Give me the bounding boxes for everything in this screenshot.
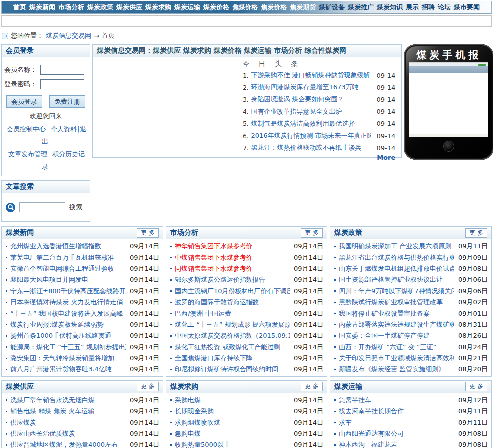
item-link[interactable]: 山东关于燃煤发电机组超低排放电价试点有... — [339, 264, 454, 273]
headline-link[interactable]: 2016年煤炭行情预测 市场未来一年真正陷... — [251, 131, 371, 140]
item-link[interactable]: “十三五” 我国核电建设将进入发展高峰 — [10, 309, 126, 318]
more-button[interactable]: 更 多 — [465, 382, 487, 391]
item-link[interactable]: 扬州首条1000千伏特高压线路贯通 — [10, 331, 126, 340]
headlines-more-link[interactable]: More — [377, 154, 395, 161]
nav-link[interactable]: 煤炭供应 — [116, 3, 142, 12]
item-link[interactable]: 山西：开办煤矿 “六证” 变 “三证” — [339, 343, 454, 352]
password-field[interactable] — [40, 79, 84, 89]
item-link[interactable]: 急购电煤 — [175, 429, 290, 438]
headline-link[interactable]: 国有企业改革指导意见全文出炉 — [251, 107, 371, 116]
search-button[interactable]: 搜索 — [69, 203, 82, 212]
list-item: 国土资源部严格管控矿业权协议出让 09月06日 — [333, 274, 488, 285]
item-link[interactable]: 煤炭行业周报:煤炭板块延续弱势 — [10, 320, 126, 329]
nav-link[interactable]: 焦炭期货 — [290, 3, 316, 12]
item-link[interactable]: 莱芜电厂第二台百万千瓦机组获核准 — [10, 253, 126, 262]
nav-link[interactable]: 招聘 — [422, 3, 435, 12]
list-item: 采购电煤 09月14日 — [169, 395, 323, 406]
item-link[interactable]: 洗煤厂常年销售水洗无烟白煤 — [10, 396, 126, 405]
item-link[interactable]: 黑黔陕试行煤炭矿业权审批管理改革 — [339, 298, 454, 307]
login-button[interactable]: 会员登录 — [6, 95, 42, 108]
item-link[interactable]: 求购烟煤喷吹煤 — [175, 418, 290, 427]
item-link[interactable]: 巴西/澳洲-中国运费 — [175, 309, 290, 318]
item-link[interactable]: 中煤销售集团下水煤参考价 — [175, 253, 290, 262]
nav-link[interactable]: 煤矿设备 — [319, 3, 345, 12]
nav-link[interactable]: 市场分析 — [58, 3, 84, 12]
item-link[interactable]: 前八月广州港累计货物吞吐3.4亿吨 — [10, 365, 126, 374]
item-link[interactable]: 找去河南半挂长期合作 — [339, 407, 454, 416]
item-link[interactable]: 国安委：全国一半煤矿停产停建 — [339, 331, 454, 340]
member-center-link[interactable]: 会员控制中心 — [7, 125, 46, 133]
headline-link[interactable]: 环渤海四港煤炭库存量增至1673万吨 — [251, 83, 371, 92]
breadcrumb-site-link[interactable]: 煤炭信息交易网 — [46, 31, 91, 40]
nav-link[interactable]: 焦炭价格 — [261, 3, 287, 12]
item-date: 09月14日 — [130, 309, 159, 318]
headline-link[interactable]: 身陷困境漩涡 煤企要如何突围？ — [251, 95, 371, 104]
item-link[interactable]: 采购电煤 — [175, 396, 290, 405]
item-link[interactable]: 印尼拟修订煤矿特许权合同续约时间 — [175, 365, 290, 374]
item-link[interactable]: 急需半挂车 — [339, 396, 454, 405]
item-link[interactable]: 同煤销售集团下水煤参考价 — [175, 264, 290, 273]
more-button[interactable]: 更 多 — [301, 228, 323, 238]
more-button[interactable]: 更 多 — [137, 228, 159, 238]
item-link[interactable]: 四川：年产9万吨以下煤矿7种情况须关闭 — [339, 287, 454, 296]
item-link[interactable]: 国土资源部严格管控矿业权协议出让 — [339, 275, 454, 284]
item-link[interactable]: 全国焦煤港口库存持续下降 — [175, 354, 290, 363]
item-link[interactable]: 鄂尔多斯煤炭公路运价指数报告 — [175, 275, 290, 284]
item-link[interactable]: 新疆发布《煤炭经营 监管实施细则》 — [339, 365, 454, 374]
item-link[interactable]: 我国明确煤炭深加工 产业发展六项原则 — [339, 242, 454, 251]
item-link[interactable]: 襄阳最大风电项目并网发电 — [10, 275, 126, 284]
item-link[interactable]: 供应山西长治优质煤炭 — [10, 429, 126, 438]
article-manage-link[interactable]: 文章发布管理 — [8, 150, 47, 158]
list-item: 煤化工 “十三五” 规划成形 提六项发展原则 09月14日 — [169, 319, 323, 330]
item-link[interactable]: 供应晋城地区煤泥，发热量4000左右 — [10, 440, 126, 448]
item-link[interactable]: 中国太原煤炭交易价格指数（2015.09.14） — [175, 331, 290, 340]
nav-link[interactable]: 首页 — [13, 3, 26, 12]
item-link[interactable]: 我国将停止矿业权设置审批备案 — [339, 309, 454, 318]
item-link[interactable]: 销售电煤 精煤 焦炭 火车运输 — [10, 407, 126, 416]
item-link[interactable]: 兖州煤业入选香港恒生增幅指数 — [10, 242, 126, 251]
item-link[interactable]: 山西阳光通达有限公司 — [339, 429, 454, 438]
nav-link[interactable]: 焦煤价格 — [232, 3, 258, 12]
nav-link[interactable]: 论坛 — [438, 3, 451, 12]
nav-link[interactable]: 煤炭运输 — [174, 3, 200, 12]
headlines-title: 今 日 头 条 — [243, 60, 395, 69]
headline-link[interactable]: 黑龙江：煤热价格联动或不再纸上谈兵 — [251, 143, 371, 152]
item-link[interactable]: 内蒙古部署落实违法违规建设生产煤矿联合... — [339, 320, 454, 329]
nav-link[interactable]: 煤炭求购 — [145, 3, 171, 12]
headline-link[interactable]: 煤制气是煤炭清洁高效利用最优选择 — [251, 119, 371, 128]
nav-link[interactable]: 煤炭知识 — [377, 3, 403, 12]
username-field[interactable] — [40, 65, 84, 75]
nav-link[interactable]: 煤炭价格 — [203, 3, 229, 12]
item-link[interactable]: 安徽首个智能电网综合工程通过验收 — [10, 264, 126, 273]
item-link[interactable]: 煤化工 “十三五” 规划成形 提六项发展原则 — [175, 320, 290, 329]
nav-link[interactable]: 展示 — [406, 3, 419, 12]
nav-link[interactable]: 煤市要闻 — [454, 3, 480, 12]
nav-link[interactable]: 煤炭政策 — [87, 3, 113, 12]
item-link[interactable]: 日本将谨慎对待煤炭 火力发电行情走俏 — [10, 298, 126, 307]
profile-link[interactable]: 个人资料 — [51, 125, 77, 133]
item-link[interactable]: 神华销售集团下水煤参考价 — [175, 242, 290, 251]
item-link[interactable]: 神木西沟—福建龙岩 — [339, 440, 454, 448]
item-link[interactable]: 煤化工狂热投资 或致煤化工产能过剩 — [175, 343, 290, 352]
more-button[interactable]: 更 多 — [137, 382, 159, 391]
item-link[interactable]: 国内主流钢厂10月份板材出厂价有下调压力 — [175, 287, 290, 296]
item-link[interactable]: 波罗的海国际干散货海运指数 — [175, 298, 290, 307]
item-link[interactable]: 黑龙江省出台煤炭价格与供热价格实行联动... — [339, 253, 454, 262]
more-button[interactable]: 更 多 — [465, 228, 487, 238]
item-link[interactable]: 求车 — [339, 418, 454, 427]
more-button[interactable]: 更 多 — [301, 382, 323, 391]
points-history-link[interactable]: 积分历史记录 — [42, 150, 85, 170]
item-link[interactable]: 供应煤炭 — [10, 418, 126, 427]
item-link[interactable]: 能源局：煤化工 “十三五” 规划初步提出五... — [10, 343, 126, 352]
item-link[interactable]: 潞安集团：天气转冷煤炭销量将增加 — [10, 354, 126, 363]
register-button[interactable]: 免费注册 — [49, 95, 85, 108]
section-coal-news: 煤炭新闻 更 多 兖州煤业入选香港恒生增幅指数 09月14日 莱芜电厂第二台百万… — [1, 226, 163, 377]
headline-link[interactable]: 下游采购不佳 港口畅销煤种缺货现象缓解 — [251, 71, 371, 80]
item-link[interactable]: 收购热量5000以上 — [175, 440, 290, 448]
item-link[interactable]: 长期现金采购 — [175, 407, 290, 416]
search-input[interactable] — [19, 202, 65, 212]
item-link[interactable]: 宁东—浙江±800千伏特高压配套线路开始架... — [10, 287, 126, 296]
nav-link[interactable]: 煤炭推广 — [348, 3, 374, 12]
item-link[interactable]: 关于印发日照市工业领域煤炭清洁高效利用... — [339, 354, 454, 363]
nav-link[interactable]: 煤炭新闻 — [29, 3, 55, 12]
